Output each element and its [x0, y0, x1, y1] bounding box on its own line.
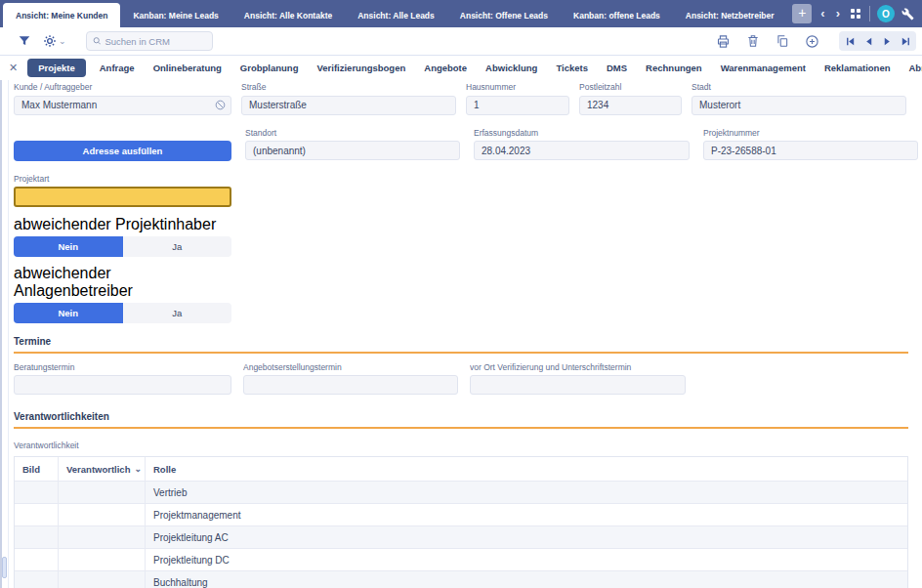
- field-label: Standort: [245, 128, 460, 138]
- spacer-label: [14, 128, 231, 138]
- add-view-tab-button[interactable]: +: [792, 4, 812, 23]
- table-row[interactable]: Projektmanagement: [15, 504, 907, 526]
- first-record-icon[interactable]: [842, 33, 858, 49]
- scrollbar-thumb[interactable]: [2, 557, 7, 578]
- tab-reklamationen[interactable]: Reklamationen: [824, 60, 891, 76]
- previous-record-icon[interactable]: [860, 33, 876, 49]
- tab-rechnungen[interactable]: Rechnungen: [646, 60, 702, 76]
- verifizierungstermin-input[interactable]: [470, 375, 686, 395]
- field-label: Postleitzahl: [579, 82, 682, 92]
- stadt-input[interactable]: [692, 96, 906, 115]
- tab-angebote[interactable]: Angebote: [424, 60, 467, 76]
- erfassungsdatum-input[interactable]: [474, 141, 690, 160]
- toolbar-right-icons: [710, 31, 922, 51]
- tab-onlineberatung[interactable]: Onlineberatung: [153, 60, 222, 76]
- field-label: Stadt: [692, 82, 906, 92]
- print-icon[interactable]: [710, 34, 736, 49]
- anlagenbetreiber-ja-option[interactable]: Ja: [123, 303, 232, 323]
- field-stadt: Stadt: [692, 82, 906, 115]
- view-tab-netzbetreiber[interactable]: Ansicht: Netzbetreiber: [673, 3, 787, 27]
- verantwortlich-cell: [59, 549, 146, 570]
- verantwortlich-cell: [59, 526, 146, 548]
- user-avatar[interactable]: O: [877, 5, 895, 22]
- field-standort: Standort: [245, 128, 460, 161]
- tab-anfrage[interactable]: Anfrage: [100, 60, 135, 76]
- gear-dropdown-chevron-icon[interactable]: ⌄: [59, 37, 66, 45]
- projektnummer-input[interactable]: [703, 141, 918, 160]
- close-record-icon[interactable]: ✕: [0, 62, 27, 74]
- table-row[interactable]: Projektleitung AC: [15, 526, 907, 549]
- column-header-verantwortlich[interactable]: Verantwortlich ⌄: [59, 457, 146, 481]
- projektart-input[interactable]: [14, 187, 231, 207]
- beratungstermin-input[interactable]: [14, 375, 231, 395]
- termine-rule: [14, 352, 908, 354]
- address-fill-cell: Adresse ausfüllen: [14, 128, 231, 161]
- view-tab-offene-leads[interactable]: Ansicht: Offene Leads: [447, 3, 561, 27]
- table-row[interactable]: Projektleitung DC: [15, 549, 907, 571]
- scroll-tabs-left-icon[interactable]: ‹: [818, 4, 826, 23]
- field-hausnummer: Hausnummer: [466, 82, 569, 115]
- column-header-bild[interactable]: Bild: [15, 457, 59, 481]
- window-edge: [0, 80, 2, 588]
- filter-funnel-icon[interactable]: [12, 34, 37, 48]
- verantwortlich-cell: [59, 504, 146, 525]
- sort-chevron-icon[interactable]: ⌄: [134, 466, 142, 472]
- verantwortlich-cell: [59, 482, 146, 503]
- field-label: Projektart: [14, 174, 231, 184]
- view-tabs: Ansicht: Meine Kunden Kanban: Meine Lead…: [0, 0, 792, 27]
- strasse-input[interactable]: [241, 96, 456, 115]
- add-record-icon[interactable]: [799, 34, 825, 49]
- column-header-rolle[interactable]: Rolle: [146, 457, 907, 481]
- topbar-divider: [869, 6, 870, 21]
- field-label: Kunde / Auftraggeber: [14, 82, 231, 92]
- view-tab-kanban-meine-leads[interactable]: Kanban: Meine Leads: [120, 3, 230, 27]
- tab-tickets[interactable]: Tickets: [556, 60, 588, 76]
- search-input[interactable]: [105, 36, 205, 47]
- delete-trash-icon[interactable]: [740, 34, 766, 48]
- tab-warenmanagement[interactable]: Warenmanagement: [721, 60, 806, 76]
- topbar-controls: + ‹ › O: [792, 0, 922, 27]
- settings-wrench-icon[interactable]: [901, 8, 914, 21]
- tab-abnahmen[interactable]: Abnahmen: [908, 60, 922, 76]
- projektinhaber-nein-option[interactable]: Nein: [14, 236, 123, 257]
- tab-grobplanung[interactable]: Grobplanung: [240, 60, 299, 76]
- field-beratungstermin: Beratungstermin: [14, 362, 231, 396]
- view-tab-bar: Ansicht: Meine Kunden Kanban: Meine Lead…: [0, 0, 922, 27]
- anlagenbetreiber-nein-option[interactable]: Nein: [14, 303, 123, 323]
- tab-projekte[interactable]: Projekte: [27, 59, 86, 77]
- view-tab-kanban-offene-leads[interactable]: Kanban: offene Leads: [561, 3, 673, 27]
- standort-input[interactable]: [245, 141, 460, 160]
- hausnummer-input[interactable]: [466, 96, 569, 115]
- column-header-label: Verantwortlich: [66, 464, 130, 475]
- tab-dms[interactable]: DMS: [607, 60, 627, 76]
- table-row[interactable]: Buchhaltung: [15, 571, 907, 588]
- toggle-label: abweichender Anlagenbetreiber: [14, 265, 231, 300]
- scroll-tabs-right-icon[interactable]: ›: [834, 4, 842, 23]
- last-record-icon[interactable]: [898, 33, 913, 49]
- postleitzahl-input[interactable]: [579, 96, 682, 115]
- fill-address-button[interactable]: Adresse ausfüllen: [14, 141, 231, 161]
- kunde-input[interactable]: [14, 96, 231, 115]
- unlink-contact-icon[interactable]: [214, 98, 227, 115]
- tab-abwicklung[interactable]: Abwicklung: [485, 60, 537, 76]
- apps-grid-icon[interactable]: [849, 9, 862, 19]
- next-record-icon[interactable]: [879, 33, 895, 49]
- copy-icon[interactable]: [770, 34, 795, 48]
- crm-window: Ansicht: Meine Kunden Kanban: Meine Lead…: [0, 0, 922, 588]
- field-label: Hausnummer: [466, 82, 569, 92]
- view-tab-meine-kunden[interactable]: Ansicht: Meine Kunden: [3, 3, 120, 27]
- field-kunde: Kunde / Auftraggeber: [14, 82, 231, 115]
- tab-verifizierungsbogen[interactable]: Verifizierungsbogen: [316, 60, 405, 76]
- verantwortlichkeiten-rule: [14, 427, 908, 429]
- projektinhaber-ja-option[interactable]: Ja: [123, 236, 232, 257]
- view-tab-alle-leads[interactable]: Ansicht: Alle Leads: [345, 3, 447, 27]
- settings-gear-icon[interactable]: ⌄: [37, 34, 72, 48]
- angebotserstellungstermin-input[interactable]: [243, 375, 458, 395]
- bild-cell: [15, 571, 59, 588]
- rolle-cell: Vertrieb: [146, 482, 907, 503]
- view-tab-alle-kontakte[interactable]: Ansicht: Alle Kontakte: [231, 3, 345, 27]
- toggle-anlagenbetreiber: abweichender Anlagenbetreiber Nein Ja: [14, 265, 231, 323]
- section-verantwortlichkeiten: Verantwortlichkeiten Verantwortlichkeit …: [14, 411, 908, 588]
- global-search[interactable]: [86, 31, 213, 51]
- table-row[interactable]: Vertrieb: [15, 482, 907, 504]
